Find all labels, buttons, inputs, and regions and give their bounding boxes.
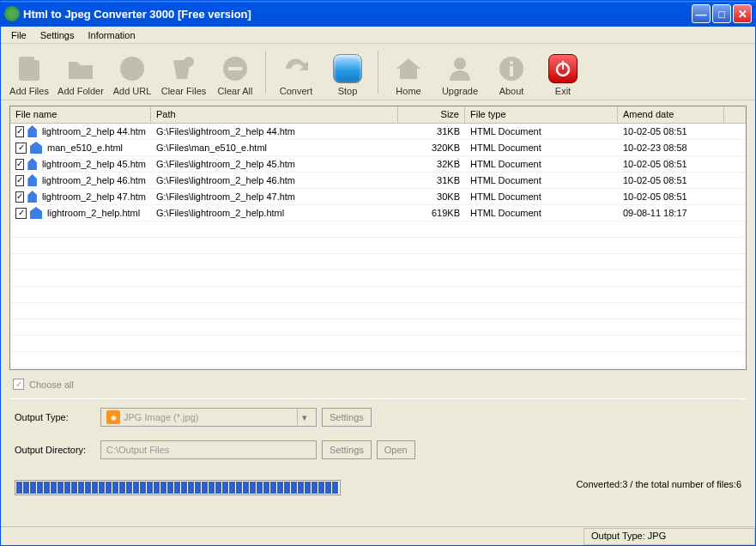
svg-point-3: [184, 57, 194, 67]
file-list[interactable]: File name Path Size File type Amend date…: [9, 106, 747, 370]
row-checkbox[interactable]: ✓: [15, 159, 24, 170]
row-checkbox[interactable]: ✓: [15, 175, 24, 186]
minimize-button[interactable]: —: [692, 4, 711, 23]
menu-settings[interactable]: Settings: [33, 28, 82, 42]
output-type-settings-button[interactable]: Settings: [322, 408, 372, 427]
row-checkbox[interactable]: ✓: [15, 191, 24, 203]
table-row: [10, 319, 746, 336]
output-directory-input[interactable]: C:\Output Files: [100, 440, 317, 459]
choose-all-checkbox: ✓ Choose all: [9, 377, 747, 391]
table-row: [10, 303, 746, 319]
html-file-icon: [30, 207, 42, 219]
maximize-button[interactable]: □: [712, 4, 731, 23]
add-files-button[interactable]: Add Files: [4, 46, 54, 98]
table-row: [10, 336, 746, 352]
html-file-icon: [27, 174, 37, 186]
table-row: [10, 221, 746, 238]
add-folder-button[interactable]: Add Folder: [56, 46, 106, 98]
col-date[interactable]: Amend date: [618, 106, 724, 123]
separator: [265, 51, 266, 94]
svg-rect-8: [510, 66, 513, 76]
add-url-button[interactable]: Add URL: [107, 46, 157, 98]
col-filename[interactable]: File name: [10, 106, 151, 123]
table-row[interactable]: ✓lightroom_2_help.htmlG:\Files\lightroom…: [10, 205, 746, 221]
svg-point-9: [510, 61, 513, 64]
html-file-icon: [27, 158, 37, 170]
progress-text: Converted:3 / the total number of files:…: [576, 479, 741, 489]
table-row[interactable]: ✓lightroom_2_help 46.htmG:\Files\lightro…: [10, 173, 746, 189]
table-row: [10, 287, 746, 303]
col-path[interactable]: Path: [151, 106, 398, 123]
menu-information[interactable]: Information: [81, 28, 142, 42]
info-icon: [496, 53, 527, 84]
svg-rect-11: [562, 61, 564, 70]
col-size[interactable]: Size: [398, 106, 465, 123]
row-checkbox[interactable]: ✓: [15, 143, 27, 154]
clear-all-icon: [220, 53, 251, 84]
upgrade-icon: [445, 53, 475, 84]
output-directory-label: Output Directory:: [15, 445, 100, 455]
close-button[interactable]: ✕: [733, 4, 752, 23]
globe-icon: [117, 53, 148, 84]
clear-all-button[interactable]: Clear All: [210, 46, 260, 98]
clear-files-button[interactable]: Clear Files: [159, 46, 209, 98]
convert-button[interactable]: Convert: [271, 46, 321, 98]
svg-point-2: [120, 57, 144, 81]
row-checkbox[interactable]: ✓: [15, 208, 27, 219]
status-output-type: Output Type: JPG: [584, 528, 755, 545]
jpg-icon: ◉: [106, 410, 120, 424]
table-row: [10, 352, 746, 368]
table-row: [10, 238, 746, 254]
col-type[interactable]: File type: [465, 106, 618, 123]
statusbar: Output Type: JPG: [1, 526, 755, 545]
output-dir-settings-button[interactable]: Settings: [322, 440, 372, 459]
html-file-icon: [27, 191, 37, 203]
table-row[interactable]: ✓lightroom_2_help 44.htmG:\Files\lightro…: [10, 124, 746, 140]
files-icon: [14, 53, 45, 84]
table-row: [10, 270, 746, 287]
menu-file[interactable]: File: [4, 28, 33, 42]
convert-icon: [281, 53, 311, 84]
clear-files-icon: [168, 53, 199, 84]
table-row[interactable]: ✓man_e510_e.htmlG:\Files\man_e510_e.html…: [10, 140, 746, 156]
exit-button[interactable]: Exit: [538, 46, 588, 98]
table-row[interactable]: ✓lightroom_2_help 45.htmG:\Files\lightro…: [10, 156, 746, 173]
stop-icon: [332, 53, 363, 84]
power-icon: [547, 53, 578, 84]
app-icon: [4, 6, 20, 21]
folder-icon: [65, 53, 96, 84]
svg-rect-5: [228, 67, 242, 70]
toolbar: Add Files Add Folder Add URL Clear Files…: [1, 44, 755, 100]
table-row: [10, 254, 746, 270]
html-file-icon: [30, 142, 42, 154]
svg-point-6: [454, 58, 466, 70]
window-title: Html to Jpeg Converter 3000 [Free versio…: [23, 8, 690, 21]
output-type-label: Output Type:: [15, 412, 100, 422]
separator: [378, 51, 378, 94]
html-file-icon: [27, 125, 37, 137]
home-button[interactable]: Home: [384, 46, 433, 98]
chevron-down-icon: ▾: [297, 410, 311, 425]
output-type-select[interactable]: ◉JPG Image (*.jpg) ▾: [100, 408, 317, 427]
menubar: File Settings Information: [1, 27, 755, 44]
checkbox-icon: ✓: [13, 379, 24, 390]
output-dir-open-button[interactable]: Open: [377, 440, 415, 459]
titlebar: Html to Jpeg Converter 3000 [Free versio…: [1, 1, 755, 27]
stop-button[interactable]: Stop: [323, 46, 372, 98]
table-row[interactable]: ✓lightroom_2_help 47.htmG:\Files\lightro…: [10, 189, 746, 205]
progress-bar: [15, 480, 341, 495]
svg-rect-1: [24, 60, 39, 81]
row-checkbox[interactable]: ✓: [15, 126, 24, 137]
list-header: File name Path Size File type Amend date: [10, 106, 746, 124]
home-icon: [393, 53, 424, 84]
about-button[interactable]: About: [487, 46, 536, 98]
upgrade-button[interactable]: Upgrade: [435, 46, 485, 98]
